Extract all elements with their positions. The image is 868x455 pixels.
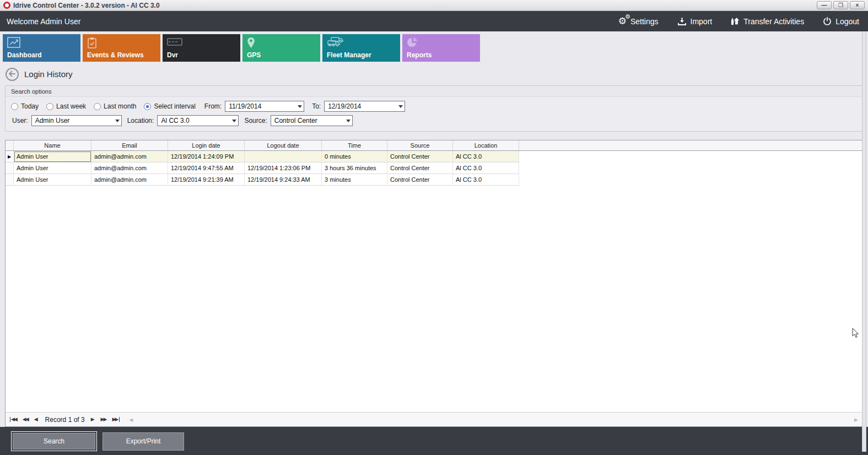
cell-logout-date[interactable]: 12/19/2014 1:23:06 PM <box>245 162 322 174</box>
import-button[interactable]: Import <box>677 17 713 26</box>
settings-button[interactable]: ⚙⚙ Settings <box>618 17 659 26</box>
radio-last-week[interactable]: Last week <box>46 102 86 110</box>
column-header-logout-date[interactable]: Logout date <box>245 140 322 150</box>
table-row[interactable]: Admin User admin@admin.com 12/19/2014 9:… <box>6 162 862 174</box>
record-navigator: ◀◀ ◀◀ ◀ Record 1 of 3 ▶ ▶▶ ▶▶ ◀ ▶ <box>6 412 862 426</box>
source-value: Control Center <box>274 117 317 124</box>
cell-source[interactable]: Control Center <box>387 151 453 162</box>
tile-dvr[interactable]: Dvr <box>163 34 240 62</box>
line-chart-icon <box>7 37 76 48</box>
cell-location[interactable]: Al CC 3.0 <box>453 162 519 174</box>
radio-last-week-circle <box>46 103 53 110</box>
login-history-grid: Name Email Login date Logout date Time S… <box>5 140 863 427</box>
radio-last-month-circle <box>94 103 101 110</box>
cell-email[interactable]: admin@admin.com <box>91 162 168 174</box>
from-date-value: 11/19/2014 <box>229 102 261 110</box>
power-icon <box>823 17 832 26</box>
from-date-combobox[interactable]: 11/19/2014 <box>225 101 304 112</box>
cell-name[interactable]: Admin User <box>14 162 91 174</box>
top-bar: Welcome Admin User ⚙⚙ Settings Import Tr… <box>0 11 868 31</box>
tile-dvr-label: Dvr <box>167 51 236 59</box>
tile-fleet-manager[interactable]: Fleet Manager <box>322 34 400 62</box>
search-button[interactable]: Search <box>13 433 95 449</box>
tile-reports[interactable]: Reports <box>402 34 480 62</box>
map-pin-icon <box>247 37 316 48</box>
last-record-button[interactable]: ▶▶ <box>112 417 120 422</box>
location-combobox[interactable]: Al CC 3.0 <box>157 115 239 126</box>
tile-dashboard-label: Dashboard <box>7 51 76 59</box>
cell-time[interactable]: 3 minutes <box>322 174 387 186</box>
maximize-button[interactable]: ❐ <box>833 1 848 9</box>
top-actions: ⚙⚙ Settings Import Transfer Activities L… <box>618 17 859 26</box>
export-print-button[interactable]: Export/Print <box>103 432 184 451</box>
radio-today-circle <box>11 103 18 110</box>
user-combobox[interactable]: Admin User <box>31 115 122 126</box>
cell-source[interactable]: Control Center <box>387 162 453 174</box>
cell-source[interactable]: Control Center <box>387 174 453 186</box>
cell-name[interactable]: Admin User <box>14 174 91 186</box>
row-indicator <box>6 162 14 174</box>
location-value: Al CC 3.0 <box>161 117 189 124</box>
column-header-time[interactable]: Time <box>322 140 387 150</box>
back-arrow-icon <box>8 69 16 79</box>
prev-page-button[interactable]: ◀◀ <box>23 417 28 422</box>
radio-today[interactable]: Today <box>11 102 39 110</box>
transfer-arrows-icon <box>731 17 740 26</box>
table-row[interactable]: Admin User admin@admin.com 12/19/2014 9:… <box>6 174 862 186</box>
cell-logout-date[interactable] <box>245 151 322 162</box>
search-options-group-label: Search options <box>6 86 862 97</box>
cell-login-date[interactable]: 12/19/2014 9:47:55 AM <box>168 162 245 174</box>
tile-dashboard[interactable]: Dashboard <box>3 34 80 62</box>
row-filler <box>519 162 862 174</box>
scroll-left-arrow-icon[interactable]: ◀ <box>129 417 133 422</box>
close-button[interactable]: × <box>850 1 865 9</box>
scroll-right-arrow-icon[interactable]: ▶ <box>854 417 858 422</box>
cell-email[interactable]: admin@admin.com <box>91 151 168 162</box>
window-title: Idrive Control Center - 3.0.2 version - … <box>13 2 817 9</box>
to-date-combobox[interactable]: 12/19/2014 <box>324 101 405 112</box>
cell-time[interactable]: 0 minutes <box>322 151 387 162</box>
chevron-down-icon <box>298 105 302 108</box>
first-record-button[interactable]: ◀◀ <box>10 417 17 422</box>
prev-record-button[interactable]: ◀ <box>34 417 38 422</box>
column-header-email[interactable]: Email <box>91 140 168 150</box>
radio-select-interval[interactable]: Select interval <box>144 102 195 110</box>
tile-events-reviews[interactable]: Events & Reviews <box>83 34 160 62</box>
pie-chart-icon <box>407 37 476 48</box>
column-header-location[interactable]: Location <box>453 140 519 150</box>
next-record-button[interactable]: ▶ <box>91 417 95 422</box>
tile-gps[interactable]: GPS <box>242 34 320 62</box>
user-label: User: <box>12 117 28 124</box>
cell-time[interactable]: 3 hours 36 minutes <box>322 162 387 174</box>
cell-name[interactable]: Admin User <box>14 151 91 162</box>
next-page-button[interactable]: ▶▶ <box>101 417 106 422</box>
cell-location[interactable]: Al CC 3.0 <box>453 174 519 186</box>
cell-logout-date[interactable]: 12/19/2014 9:24:33 AM <box>245 174 322 186</box>
tile-reports-label: Reports <box>407 51 476 59</box>
nav-tiles: Dashboard Events & Reviews Dvr GPS Fleet… <box>0 31 868 64</box>
table-row[interactable]: ▶ Admin User admin@admin.com 12/19/2014 … <box>6 151 862 162</box>
import-icon <box>677 17 687 26</box>
transfer-activities-button[interactable]: Transfer Activities <box>731 17 804 26</box>
cell-location[interactable]: Al CC 3.0 <box>453 151 519 162</box>
window-controls: — ❐ × <box>817 1 865 9</box>
settings-label: Settings <box>630 17 659 26</box>
cell-email[interactable]: admin@admin.com <box>91 174 168 186</box>
logout-button[interactable]: Logout <box>823 17 859 26</box>
minimize-button[interactable]: — <box>817 1 832 9</box>
title-bar: Idrive Control Center - 3.0.2 version - … <box>0 0 868 11</box>
cell-login-date[interactable]: 12/19/2014 1:24:09 PM <box>168 151 245 162</box>
location-label: Location: <box>127 117 154 124</box>
column-header-login-date[interactable]: Login date <box>168 140 245 150</box>
source-combobox[interactable]: Control Center <box>271 115 353 126</box>
cell-login-date[interactable]: 12/19/2014 9:21:39 AM <box>168 174 245 186</box>
radio-last-week-label: Last week <box>56 102 86 110</box>
radio-last-month[interactable]: Last month <box>94 102 136 110</box>
to-date-value: 12/19/2014 <box>328 102 361 110</box>
column-header-name[interactable]: Name <box>14 140 91 150</box>
page-title: Login History <box>24 69 73 79</box>
column-header-source[interactable]: Source <box>387 140 453 150</box>
row-indicator-icon: ▶ <box>6 151 14 162</box>
tile-fleet-manager-label: Fleet Manager <box>327 51 396 59</box>
back-button[interactable] <box>6 68 19 81</box>
